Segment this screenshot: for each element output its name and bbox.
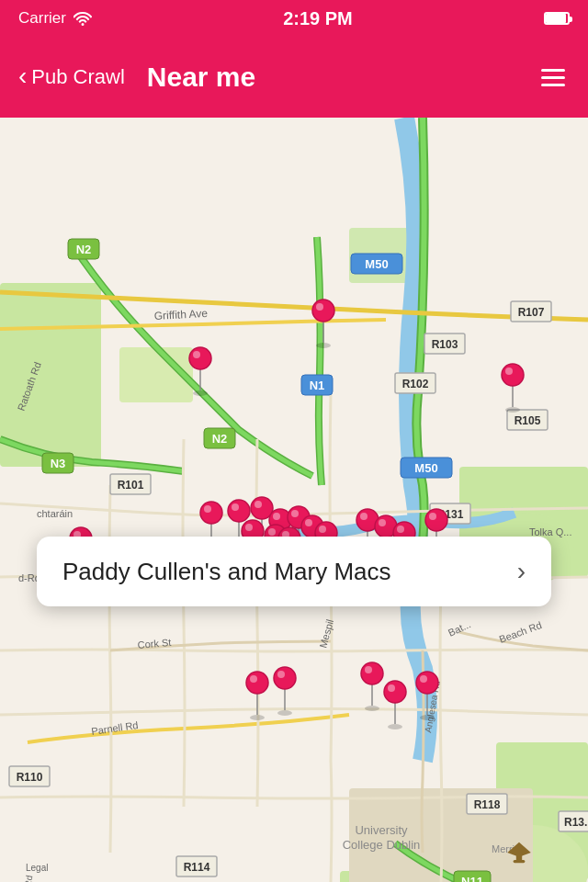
svg-point-73 (254, 501, 262, 508)
battery-area (544, 12, 570, 25)
svg-point-136 (246, 672, 268, 694)
callout-arrow-icon: › (517, 557, 526, 586)
back-label: Pub Crawl (31, 65, 124, 89)
svg-point-105 (360, 513, 368, 520)
back-button[interactable]: ‹ Pub Crawl (18, 65, 125, 89)
battery-icon (544, 12, 570, 25)
carrier-label: Carrier (18, 9, 66, 28)
svg-point-117 (429, 513, 436, 520)
svg-point-109 (379, 519, 386, 526)
svg-text:University: University (355, 823, 408, 837)
svg-point-68 (228, 500, 250, 522)
svg-text:R107: R107 (518, 306, 545, 319)
svg-text:N2: N2 (76, 243, 92, 256)
svg-point-113 (397, 526, 404, 533)
status-bar: Carrier 2:19 PM (0, 0, 588, 37)
svg-text:chtaráin: chtaráin (37, 508, 73, 519)
svg-point-85 (268, 528, 276, 536)
svg-point-97 (305, 519, 312, 526)
svg-text:R105: R105 (514, 414, 541, 427)
svg-text:N1: N1 (310, 379, 325, 392)
svg-text:R118: R118 (474, 798, 501, 811)
svg-point-89 (245, 524, 253, 531)
menu-line-2 (541, 76, 565, 79)
svg-point-127 (316, 343, 331, 348)
svg-point-65 (204, 505, 211, 513)
svg-point-143 (365, 706, 379, 711)
svg-point-140 (274, 667, 296, 689)
svg-rect-1 (0, 283, 101, 467)
svg-point-151 (420, 715, 435, 720)
svg-point-149 (388, 684, 395, 692)
svg-point-152 (416, 672, 438, 694)
svg-point-132 (502, 364, 524, 386)
svg-point-101 (319, 526, 326, 533)
svg-point-64 (200, 502, 222, 524)
svg-text:R114: R114 (184, 861, 210, 874)
wifi-icon (74, 11, 92, 26)
svg-text:N11: N11 (461, 875, 483, 882)
svg-point-144 (361, 662, 383, 684)
svg-text:R13...: R13... (564, 816, 588, 829)
svg-point-77 (273, 513, 280, 520)
svg-text:Legal: Legal (26, 863, 48, 873)
svg-text:R110: R110 (17, 771, 43, 784)
svg-text:N3: N3 (51, 457, 66, 470)
svg-point-131 (505, 407, 520, 413)
map-background: M50 M50 N1 N2 N2 N3 N11 N81 R103 R107 R1… (0, 118, 588, 882)
svg-point-124 (189, 347, 211, 369)
svg-point-123 (193, 390, 208, 396)
menu-line-1 (541, 69, 565, 72)
svg-point-69 (232, 503, 239, 511)
page-title: Near me (147, 62, 537, 93)
map-container[interactable]: M50 M50 N1 N2 N2 N3 N11 N81 R103 R107 R1… (0, 118, 588, 882)
svg-point-129 (316, 303, 323, 311)
menu-button[interactable] (537, 64, 570, 91)
svg-text:R103: R103 (432, 338, 458, 351)
svg-point-133 (505, 368, 513, 375)
svg-point-116 (425, 509, 447, 531)
svg-point-125 (193, 351, 200, 358)
svg-point-141 (277, 671, 285, 678)
back-chevron-icon: ‹ (18, 63, 27, 89)
svg-point-128 (312, 300, 334, 322)
svg-point-145 (365, 666, 372, 673)
svg-text:M50: M50 (365, 257, 388, 271)
svg-text:R101: R101 (118, 479, 144, 492)
svg-point-148 (384, 681, 406, 703)
callout-label: Paddy Cullen's and Mary Macs (62, 558, 391, 586)
svg-point-81 (291, 510, 299, 517)
svg-text:R102: R102 (402, 378, 429, 390)
svg-text:N2: N2 (212, 432, 228, 446)
menu-line-3 (541, 84, 565, 86)
nav-bar: ‹ Pub Crawl Near me (0, 37, 588, 118)
svg-rect-156 (514, 860, 526, 863)
svg-point-153 (420, 675, 427, 683)
svg-text:College Dublin: College Dublin (343, 838, 421, 852)
map-callout[interactable]: Paddy Cullen's and Mary Macs › (37, 537, 551, 606)
svg-point-137 (250, 675, 257, 683)
svg-point-135 (250, 715, 265, 720)
svg-point-139 (277, 710, 292, 716)
svg-text:M50: M50 (414, 461, 437, 475)
time-label: 2:19 PM (283, 8, 353, 29)
svg-point-147 (388, 724, 402, 729)
